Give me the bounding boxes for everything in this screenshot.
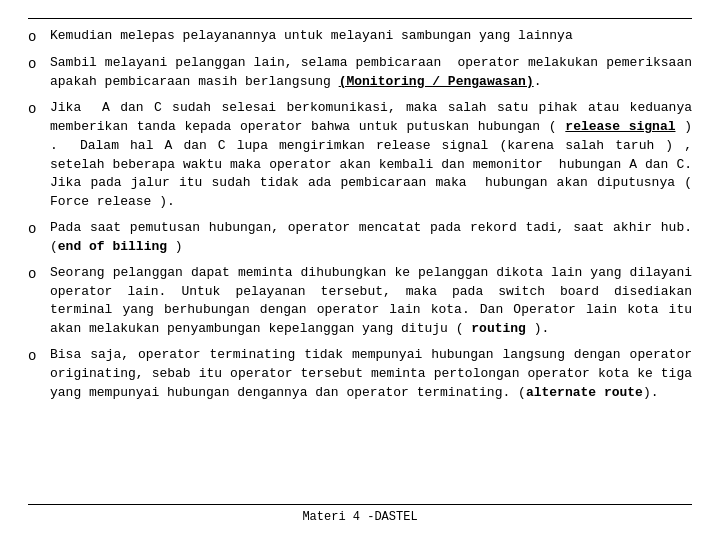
bullet-symbol: o [28,264,46,284]
bullet-symbol: o [28,99,46,119]
item-6-text: Bisa saja, operator terminating tidak me… [50,346,692,403]
release-signal-term: release signal [565,119,675,134]
list-item: o Bisa saja, operator terminating tidak … [28,346,692,403]
bullet-symbol: o [28,27,46,47]
item-2-text: Sambil melayani pelanggan lain, selama p… [50,54,692,92]
bullet-symbol: o [28,346,46,366]
list-item: o Pada saat pemutusan hubungan, operator… [28,219,692,257]
list-item: o Seorang pelanggan dapat meminta dihubu… [28,264,692,339]
alternate-route-term: alternate route [526,385,643,400]
routing-term: routing [471,321,526,336]
item-3-text: Jika A dan C sudah selesai berkomunikasi… [50,99,692,212]
list-item: o Kemudian melepas pelayanannya untuk me… [28,27,692,47]
list-item: o Jika A dan C sudah selesai berkomunika… [28,99,692,212]
bullet-symbol: o [28,54,46,74]
content-area: o Kemudian melepas pelayanannya untuk me… [28,27,692,498]
top-divider [28,18,692,19]
list-item: o Sambil melayani pelanggan lain, selama… [28,54,692,92]
bullet-symbol: o [28,219,46,239]
footer-text: Materi 4 -DASTEL [302,510,417,524]
end-of-billing-term: end of billing [58,239,167,254]
item-5-text: Seorang pelanggan dapat meminta dihubung… [50,264,692,339]
item-1-text: Kemudian melepas pelayanannya untuk mela… [50,27,692,46]
monitoring-term: (Monitoring / Pengawasan) [339,74,534,89]
item-4-text: Pada saat pemutusan hubungan, operator m… [50,219,692,257]
page-container: o Kemudian melepas pelayanannya untuk me… [0,0,720,540]
footer: Materi 4 -DASTEL [28,504,692,526]
